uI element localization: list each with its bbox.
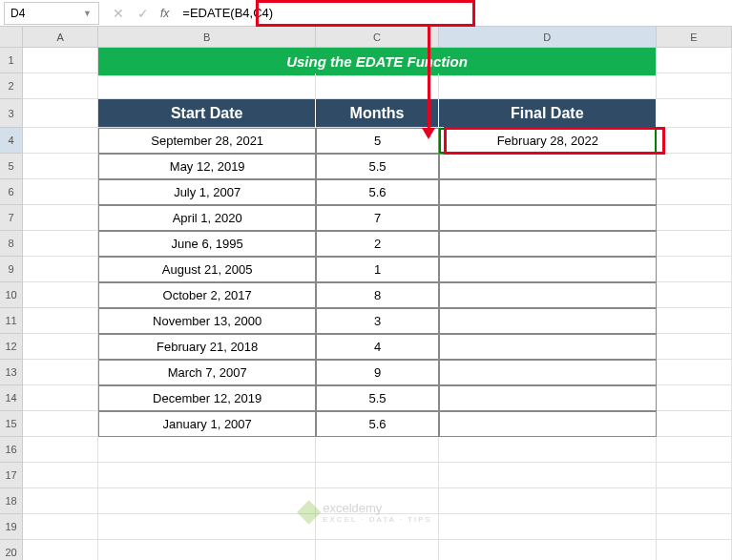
cell-B9[interactable]: August 21, 2005 — [98, 257, 316, 282]
chevron-down-icon[interactable]: ▼ — [83, 9, 93, 18]
row-header-14[interactable]: 14 — [0, 385, 23, 411]
cell-E3[interactable] — [657, 99, 732, 128]
cell-E6[interactable] — [657, 179, 732, 205]
cell-D20[interactable] — [439, 540, 657, 560]
cell-A16[interactable] — [23, 437, 98, 463]
cell-A11[interactable] — [23, 308, 98, 334]
cell-D8[interactable] — [439, 231, 657, 257]
cell-C3[interactable]: Months — [316, 99, 439, 128]
cell-E19[interactable] — [657, 514, 732, 540]
cell-B7[interactable]: April 1, 2020 — [98, 205, 316, 231]
cell-C16[interactable] — [316, 437, 439, 463]
cell-A17[interactable] — [23, 463, 98, 488]
row-header-15[interactable]: 15 — [0, 411, 23, 437]
cell-E11[interactable] — [657, 308, 732, 334]
cell-C11[interactable]: 3 — [316, 308, 439, 334]
column-header-E[interactable]: E — [657, 27, 732, 48]
row-header-9[interactable]: 9 — [0, 257, 23, 282]
cell-C15[interactable]: 5.6 — [316, 411, 439, 437]
row-header-4[interactable]: 4 — [0, 128, 23, 154]
cell-A14[interactable] — [23, 385, 98, 411]
cell-B8[interactable]: June 6, 1995 — [98, 231, 316, 257]
cell-D17[interactable] — [439, 463, 657, 488]
cell-E16[interactable] — [657, 437, 732, 463]
cell-A2[interactable] — [23, 73, 98, 99]
cell-D3[interactable]: Final Date — [439, 99, 657, 128]
cell-A9[interactable] — [23, 257, 98, 282]
cell-C12[interactable]: 4 — [316, 334, 439, 360]
cell-D10[interactable] — [439, 282, 657, 308]
cell-D12[interactable] — [439, 334, 657, 360]
cell-E10[interactable] — [657, 282, 732, 308]
cell-C10[interactable]: 8 — [316, 282, 439, 308]
row-header-2[interactable]: 2 — [0, 73, 23, 99]
cell-A13[interactable] — [23, 360, 98, 385]
cell-B2[interactable] — [98, 73, 316, 99]
cell-B5[interactable]: May 12, 2019 — [98, 154, 316, 179]
cell-A15[interactable] — [23, 411, 98, 437]
cell-E1[interactable] — [657, 48, 732, 73]
cell-A20[interactable] — [23, 540, 98, 560]
cell-B15[interactable]: January 1, 2007 — [98, 411, 316, 437]
cell-A3[interactable] — [23, 99, 98, 128]
cell-E12[interactable] — [657, 334, 732, 360]
cell-B3[interactable]: Start Date — [98, 99, 316, 128]
enter-icon[interactable]: ✓ — [137, 6, 149, 21]
row-header-18[interactable]: 18 — [0, 488, 23, 514]
cell-C6[interactable]: 5.6 — [316, 179, 439, 205]
cell-B14[interactable]: December 12, 2019 — [98, 385, 316, 411]
cell-B16[interactable] — [98, 437, 316, 463]
cell-B10[interactable]: October 2, 2017 — [98, 282, 316, 308]
row-header-13[interactable]: 13 — [0, 360, 23, 385]
cell-E9[interactable] — [657, 257, 732, 282]
cell-C13[interactable]: 9 — [316, 360, 439, 385]
cell-A5[interactable] — [23, 154, 98, 179]
row-header-6[interactable]: 6 — [0, 179, 23, 205]
cell-C20[interactable] — [316, 540, 439, 560]
cell-D19[interactable] — [439, 514, 657, 540]
cell-D4[interactable]: February 28, 2022 — [439, 128, 657, 154]
row-header-12[interactable]: 12 — [0, 334, 23, 360]
cell-C2[interactable] — [316, 73, 439, 99]
cell-E5[interactable] — [657, 154, 732, 179]
cell-A12[interactable] — [23, 334, 98, 360]
cell-B1[interactable]: Using the EDATE Function — [98, 48, 656, 76]
cell-C14[interactable]: 5.5 — [316, 385, 439, 411]
cell-E13[interactable] — [657, 360, 732, 385]
column-header-A[interactable]: A — [23, 27, 98, 48]
cell-B12[interactable]: February 21, 2018 — [98, 334, 316, 360]
cell-C5[interactable]: 5.5 — [316, 154, 439, 179]
cell-D5[interactable] — [439, 154, 657, 179]
row-header-10[interactable]: 10 — [0, 282, 23, 308]
cell-B19[interactable] — [98, 514, 316, 540]
cell-E8[interactable] — [657, 231, 732, 257]
row-header-1[interactable]: 1 — [0, 48, 23, 73]
column-header-B[interactable]: B — [98, 27, 316, 48]
cell-E2[interactable] — [657, 73, 732, 99]
cell-E14[interactable] — [657, 385, 732, 411]
cancel-icon[interactable]: ✕ — [113, 6, 124, 21]
fx-icon[interactable]: fx — [160, 7, 169, 20]
cell-E18[interactable] — [657, 488, 732, 514]
cell-E4[interactable] — [657, 128, 732, 154]
cell-B20[interactable] — [98, 540, 316, 560]
cell-B17[interactable] — [98, 463, 316, 488]
cell-A10[interactable] — [23, 282, 98, 308]
cell-D13[interactable] — [439, 360, 657, 385]
cell-C9[interactable]: 1 — [316, 257, 439, 282]
cell-D7[interactable] — [439, 205, 657, 231]
row-header-8[interactable]: 8 — [0, 231, 23, 257]
cell-B13[interactable]: March 7, 2007 — [98, 360, 316, 385]
row-header-17[interactable]: 17 — [0, 463, 23, 488]
cell-D11[interactable] — [439, 308, 657, 334]
cell-D15[interactable] — [439, 411, 657, 437]
cell-B11[interactable]: November 13, 2000 — [98, 308, 316, 334]
cell-B6[interactable]: July 1, 2007 — [98, 179, 316, 205]
row-header-16[interactable]: 16 — [0, 437, 23, 463]
cell-E20[interactable] — [657, 540, 732, 560]
cell-E15[interactable] — [657, 411, 732, 437]
row-header-20[interactable]: 20 — [0, 540, 23, 560]
column-header-D[interactable]: D — [439, 27, 657, 48]
cell-D9[interactable] — [439, 257, 657, 282]
cell-A7[interactable] — [23, 205, 98, 231]
